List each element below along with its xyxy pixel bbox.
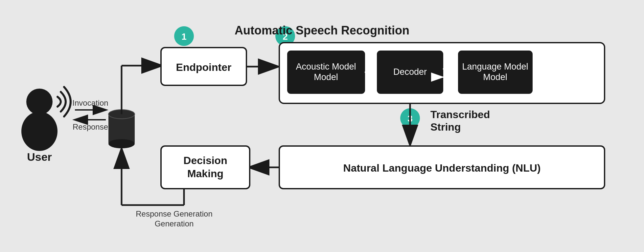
svg-point-8: [108, 139, 135, 148]
user-label: User: [27, 151, 52, 163]
svg-text:String: String: [430, 121, 461, 133]
svg-text:Decision: Decision: [183, 155, 227, 166]
svg-text:Model: Model: [483, 72, 507, 82]
svg-text:Endpointer: Endpointer: [176, 61, 232, 73]
svg-point-4: [26, 89, 53, 115]
diagram-container: User Invocation Response: [0, 0, 644, 252]
decoder-label: Decoder: [393, 67, 427, 77]
svg-text:1: 1: [181, 32, 187, 42]
endpointer-box: Endpointer: [161, 48, 246, 85]
svg-text:Natural Language Understanding: Natural Language Understanding (NLU): [343, 162, 541, 174]
decision-making-box: Decision Making: [161, 146, 250, 189]
transcribed-string-label: Transcribed: [430, 109, 490, 120]
language-model-label: Language Model: [462, 62, 528, 72]
svg-text:Making: Making: [187, 168, 223, 179]
acoustic-model-label: Acoustic Model: [296, 62, 356, 72]
invocation-label: Invocation: [72, 98, 108, 107]
response-generation-label: Response Generation: [136, 209, 212, 218]
svg-text:Generation: Generation: [155, 219, 194, 228]
nlu-box: Natural Language Understanding (NLU): [279, 146, 605, 189]
response-label: Response: [73, 122, 108, 131]
svg-text:Model: Model: [314, 72, 338, 82]
user-figure: User: [21, 87, 71, 163]
svg-rect-40: [161, 146, 250, 189]
smart-speaker: [108, 110, 135, 148]
asr-title: Automatic Speech Recognition: [235, 24, 409, 37]
svg-point-5: [21, 112, 58, 151]
badge-1: 1: [174, 26, 194, 46]
asr-outer-box: Acoustic Model Model Decoder: [279, 43, 605, 103]
